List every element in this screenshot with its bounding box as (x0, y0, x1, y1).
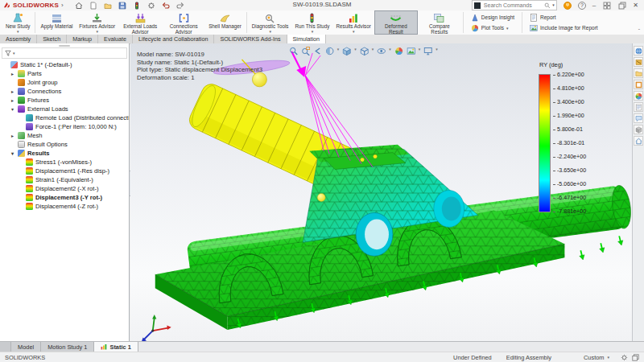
save-icon[interactable] (118, 1, 127, 10)
tree-item-remote-load[interactable]: Remote Load (Distributed connection)-1 (… (0, 113, 129, 122)
dropdown-caret-icon[interactable]: ▾ (372, 47, 374, 51)
tree-item-force-1[interactable]: Force-1 (:Per item: 10,000 N:) (0, 122, 129, 131)
tree-item-displacement1[interactable]: Displacement1 (-Res disp-) (0, 167, 129, 175)
search-commands-box[interactable]: ▾ (472, 0, 557, 10)
connections-advisor-button[interactable]: Connections Advisor▾ (162, 10, 205, 35)
design-insight-button[interactable]: Design Insight (471, 14, 514, 22)
redo-icon[interactable] (176, 1, 185, 10)
close-button[interactable]: ✕ (633, 2, 638, 9)
dropdown-caret-icon[interactable]: ▾ (354, 47, 357, 51)
collapse-caret[interactable]: ▾ (10, 150, 15, 156)
apply-scene-icon[interactable] (407, 44, 415, 53)
solidworks-resources-globe-icon[interactable] (634, 46, 643, 56)
tree-item-connections[interactable]: ▸Connections (0, 87, 129, 96)
search-icon[interactable] (544, 2, 551, 9)
configuration-selector[interactable]: Custom ▾ (584, 354, 609, 361)
status-gear-icon[interactable] (621, 354, 628, 361)
tree-item-displacement3-active[interactable]: Displacement3 (-Y rot-) (0, 193, 129, 202)
custom-properties-icon[interactable] (634, 102, 643, 112)
tab-scroll-stub[interactable] (0, 342, 11, 352)
new-study-button[interactable]: New Study▾ (2, 10, 33, 35)
ribbon-collapse-icon[interactable]: ˆ (638, 28, 640, 34)
view-orientation-icon[interactable] (342, 44, 351, 53)
tab-assembly[interactable]: Assembly (0, 35, 37, 43)
tree-item-joint-group[interactable]: Joint group (0, 78, 129, 87)
window-grid-icon[interactable] (602, 1, 611, 10)
undo-icon[interactable] (162, 1, 171, 10)
tab-lifecycle-and-collaboration[interactable]: Lifecycle and Collaboration (133, 35, 214, 43)
rebuild-icon[interactable] (133, 1, 142, 10)
compare-results-button[interactable]: Compare Results (418, 10, 461, 35)
tab-solidworks-add-ins[interactable]: SOLIDWORKS Add-Ins (214, 35, 287, 43)
dropdown-caret-icon[interactable]: ▾ (436, 47, 438, 51)
tab-model[interactable]: Model (11, 342, 41, 352)
tab-markup[interactable]: Markup (67, 35, 98, 43)
shell-manager-button[interactable]: Shell Manager (205, 10, 245, 35)
plot-tools-button[interactable]: Plot Tools ▾ (471, 24, 514, 32)
deformed-result-button[interactable]: Deformed Result (374, 10, 418, 35)
tree-filter-bar[interactable]: ▾ (2, 47, 127, 59)
brand-expand-icon[interactable]: › (61, 2, 64, 9)
3d-parts-box-icon[interactable] (634, 125, 643, 134)
tree-item-results[interactable]: ▾Results (0, 149, 129, 158)
user-avatar[interactable] (564, 2, 572, 10)
expand-caret[interactable]: ▸ (10, 97, 15, 103)
new-document-icon[interactable] (89, 1, 98, 10)
zoom-to-fit-icon[interactable] (289, 44, 298, 53)
dropdown-caret-icon[interactable]: ▾ (389, 47, 391, 51)
tree-item-displacement2[interactable]: Displacement2 (-X rot-) (0, 184, 129, 193)
home-icon[interactable] (75, 1, 84, 10)
tab-static-1[interactable]: Static 1 (94, 342, 138, 352)
home-icon[interactable] (634, 136, 643, 146)
tree-item-strain1[interactable]: Strain1 (-Equivalent-) (0, 175, 129, 184)
view-palette-icon[interactable] (634, 80, 643, 89)
tab-evaluate[interactable]: Evaluate (98, 35, 133, 43)
view-settings-icon[interactable] (423, 44, 432, 53)
joint-group-icon (18, 79, 25, 86)
collapse-caret[interactable]: ▾ (10, 106, 15, 112)
tree-item-parts[interactable]: ▸Parts (0, 69, 129, 78)
include-image-for-report-button[interactable]: Include Image for Report (530, 24, 598, 32)
apply-material-button[interactable]: Apply Material (37, 10, 76, 35)
run-this-study-button[interactable]: Run This Study▾ (292, 10, 333, 35)
tab-sketch[interactable]: Sketch (37, 35, 67, 43)
external-loads-advisor-button[interactable]: External Loads Advisor▾ (118, 10, 162, 35)
expand-caret[interactable]: ▸ (10, 71, 15, 76)
display-style-icon[interactable] (360, 44, 369, 53)
appearances-scenes-icon[interactable] (634, 91, 643, 101)
report-button[interactable]: Report (530, 14, 598, 22)
design-library-icon[interactable] (634, 57, 643, 67)
help-icon[interactable]: ? (578, 2, 586, 10)
options-gear-icon[interactable] (147, 1, 156, 10)
forum-chat-icon[interactable] (634, 113, 643, 123)
hide-show-items-icon[interactable] (377, 44, 386, 53)
tree-item-external-loads[interactable]: ▾External Loads (0, 105, 129, 113)
tree-item-stress1[interactable]: Stress1 (-vonMises-) (0, 158, 129, 167)
zoom-to-area-icon[interactable] (301, 44, 310, 53)
open-document-icon[interactable] (104, 1, 113, 10)
minimize-button[interactable]: – (592, 2, 596, 9)
status-panels-icon[interactable] (632, 354, 639, 361)
fixtures-advisor-button[interactable]: Fixtures Advisor▾ (76, 10, 118, 35)
results-advisor-button[interactable]: Results Advisor▾ (332, 10, 374, 35)
edit-appearance-icon[interactable] (394, 44, 403, 53)
file-explorer-icon[interactable] (634, 68, 643, 78)
dropdown-caret-icon[interactable]: ▾ (419, 47, 421, 51)
study-tab-icon (101, 343, 107, 350)
previous-view-icon[interactable] (313, 44, 322, 53)
restore-button[interactable] (617, 1, 626, 10)
graphics-area[interactable]: ▾ ▾ ▾ ▾ ▾ ▾ Model name: SW-01019 Study n… (130, 43, 632, 342)
tree-item-mesh[interactable]: ▸Mesh (0, 131, 129, 140)
tab-motion-study-1[interactable]: Motion Study 1 (41, 342, 94, 352)
dropdown-caret-icon[interactable]: ▾ (337, 47, 340, 51)
section-view-icon[interactable] (325, 44, 334, 53)
search-input[interactable] (482, 2, 543, 9)
tree-item-result-options[interactable]: Result Options (0, 140, 129, 149)
search-caret-icon[interactable]: ▾ (552, 3, 555, 7)
tree-root-static-study[interactable]: Static 1* (-Default-) (0, 60, 129, 69)
tree-item-fixtures[interactable]: ▸Fixtures (0, 96, 129, 105)
expand-caret[interactable]: ▸ (10, 88, 15, 94)
diagnostic-tools-button[interactable]: Diagnostic Tools▾ (249, 10, 292, 35)
expand-caret[interactable]: ▸ (10, 133, 15, 138)
tree-item-displacement4[interactable]: Displacement4 (-Z rot-) (0, 202, 129, 211)
